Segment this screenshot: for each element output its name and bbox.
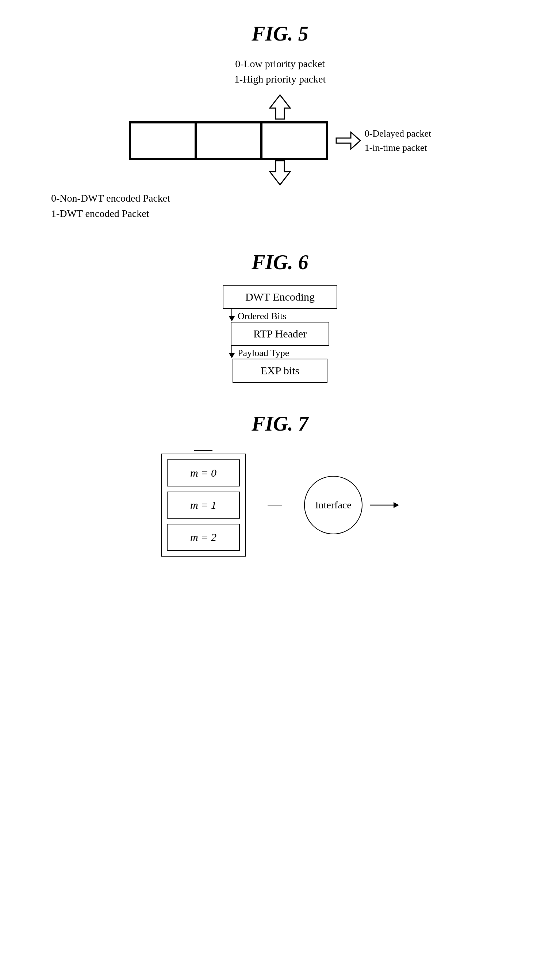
fig5-right-label-1: 0-Delayed packet (365, 126, 432, 140)
svg-marker-1 (336, 132, 360, 149)
fig5-top-labels: 0-Low priority packet 1-High priority pa… (234, 56, 326, 87)
fig7-title: FIG. 7 (252, 412, 308, 435)
packet-box-1 (130, 122, 196, 159)
fig6-connector2: Payload Type (218, 346, 342, 359)
fig5-bottom-labels: 0-Non-DWT encoded Packet 1-DWT encoded P… (51, 190, 170, 221)
fig5-boxes (129, 121, 328, 160)
fig6-label1: Ordered Bits (238, 311, 287, 322)
svg-marker-4 (229, 353, 235, 358)
fig5-section: FIG. 5 0-Low priority packet 1-High prio… (29, 22, 531, 221)
fig5-title: FIG. 5 (252, 22, 308, 45)
fig6-box3: EXP bits (233, 359, 327, 383)
fig5-right-labels: 0-Delayed packet 1-in-time packet (365, 126, 432, 155)
fig5-label-top-1: 0-Low priority packet (234, 56, 326, 72)
fig5-right-label-2: 1-in-time packet (365, 140, 432, 155)
fig7-right: Interface (304, 476, 399, 534)
fig7-right-arrow (370, 499, 399, 511)
fig7-queue-container: m = 0 m = 1 m = 2 (161, 454, 246, 557)
page: FIG. 5 0-Low priority packet 1-High prio… (0, 0, 560, 970)
fig6-connector1: Ordered Bits (218, 309, 342, 322)
fig6-title: FIG. 6 (252, 250, 308, 274)
fig5-right-arrow-area: 0-Delayed packet 1-in-time packet (335, 126, 432, 155)
fig5-bottom-label-2: 1-DWT encoded Packet (51, 206, 170, 221)
fig6-section: FIG. 6 DWT Encoding Ordered Bits RTP Hea… (29, 250, 531, 383)
fig5-down-arrow (269, 160, 291, 187)
fig7-connector (268, 505, 282, 506)
svg-marker-6 (393, 502, 399, 508)
svg-marker-0 (270, 95, 290, 119)
svg-marker-2 (270, 161, 290, 185)
packet-box-3 (262, 122, 327, 159)
fig5-up-arrow (269, 94, 291, 121)
fig5-packet-row: 0-Delayed packet 1-in-time packet (129, 121, 432, 160)
fig6-box1: DWT Encoding (223, 285, 337, 309)
fig7-interface-circle: Interface (304, 476, 363, 534)
fig7-queue-item-1: m = 1 (167, 492, 240, 519)
fig7-interface-label: Interface (315, 499, 351, 511)
fig7-queue-item-2: m = 2 (167, 524, 240, 551)
packet-box-2 (196, 122, 262, 159)
fig5-bottom-label-1: 0-Non-DWT encoded Packet (51, 190, 170, 206)
fig7-queue-item-0: m = 0 (167, 459, 240, 486)
fig5-label-top-2: 1-High priority packet (234, 72, 326, 87)
fig6-box2: RTP Header (231, 322, 329, 346)
fig7-section: FIG. 7 m = 0 m = 1 m = 2 (29, 412, 531, 557)
svg-marker-3 (229, 316, 235, 321)
fig7-diagram: m = 0 m = 1 m = 2 Interface (161, 454, 399, 557)
fig6-label2: Payload Type (238, 348, 289, 359)
